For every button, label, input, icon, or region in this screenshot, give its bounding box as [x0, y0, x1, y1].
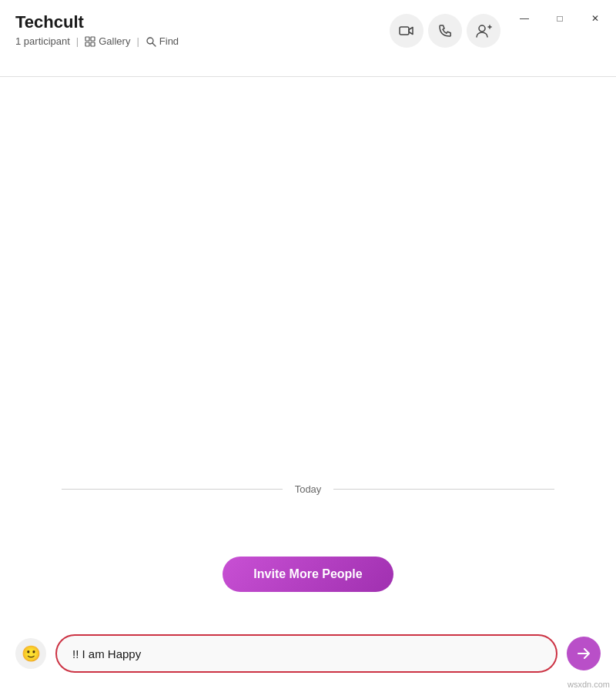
date-divider-line-right: [333, 489, 554, 490]
message-input[interactable]: [55, 634, 557, 673]
video-call-button[interactable]: [390, 14, 424, 48]
date-divider-line-left: [62, 489, 283, 490]
header: Techcult 1 participant | Gallery |: [0, 0, 616, 77]
svg-rect-0: [85, 37, 89, 41]
svg-line-5: [152, 43, 156, 46]
message-input-area: 🙂: [0, 615, 616, 692]
emoji-button[interactable]: 🙂: [15, 638, 46, 669]
svg-rect-6: [400, 27, 409, 35]
svg-rect-1: [91, 37, 95, 41]
page-title: Techcult: [15, 12, 179, 32]
header-title-section: Techcult 1 participant | Gallery |: [15, 12, 179, 47]
find-label: Find: [159, 35, 179, 47]
phone-icon: [437, 23, 453, 38]
gallery-link[interactable]: Gallery: [85, 35, 130, 47]
date-divider: Today: [0, 483, 616, 495]
find-link[interactable]: Find: [146, 35, 179, 47]
emoji-icon: 🙂: [22, 644, 41, 663]
header-meta: 1 participant | Gallery |: [15, 35, 179, 47]
phone-call-button[interactable]: [428, 14, 462, 48]
svg-rect-3: [91, 42, 95, 46]
gallery-label: Gallery: [99, 35, 130, 47]
participant-count: 1 participant: [15, 35, 70, 47]
gallery-icon: [85, 36, 95, 47]
date-divider-text: Today: [295, 483, 322, 495]
video-icon: [399, 23, 414, 38]
header-top: Techcult 1 participant | Gallery |: [15, 12, 601, 48]
main-content: Today Invite More People: [0, 77, 616, 615]
svg-rect-2: [85, 42, 89, 46]
add-person-button[interactable]: [467, 14, 500, 48]
send-button[interactable]: [567, 637, 601, 670]
divider-2: |: [136, 35, 139, 47]
send-icon: [577, 647, 591, 660]
find-icon: [146, 36, 156, 47]
message-input-wrapper: [55, 634, 557, 673]
header-actions: [390, 14, 500, 48]
invite-more-people-button[interactable]: Invite More People: [223, 557, 393, 592]
add-person-icon: [475, 23, 492, 38]
svg-point-7: [479, 25, 485, 32]
divider-1: |: [76, 35, 79, 47]
watermark: wsxdn.com: [567, 680, 610, 689]
